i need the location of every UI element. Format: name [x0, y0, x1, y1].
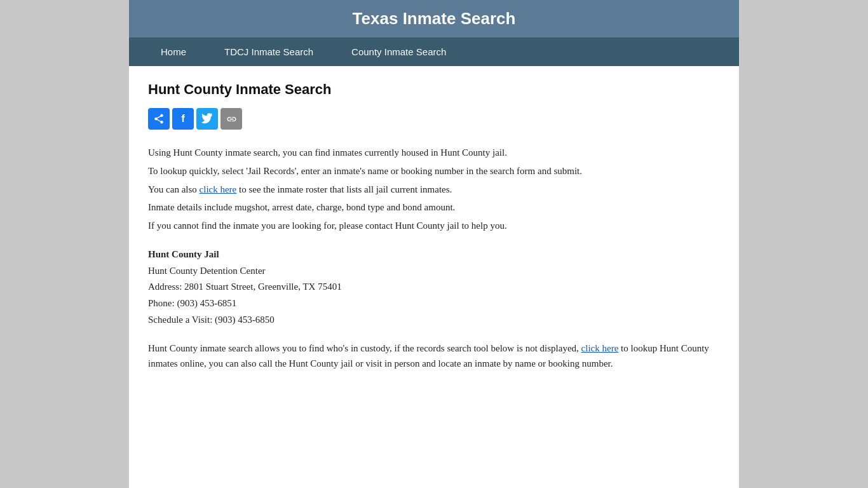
jail-info-title: Hunt County Jail [148, 247, 720, 262]
intro-section: Using Hunt County inmate search, you can… [148, 145, 720, 234]
intro-para-1: Using Hunt County inmate search, you can… [148, 145, 720, 161]
nav-home[interactable]: Home [142, 37, 205, 66]
site-title: Texas Inmate Search [142, 9, 726, 29]
site-header: Texas Inmate Search [129, 0, 739, 37]
main-content: Hunt County Inmate Search f [129, 66, 739, 397]
site-nav: Home TDCJ Inmate Search County Inmate Se… [129, 37, 739, 66]
intro-para-5: If you cannot find the inmate you are lo… [148, 218, 720, 234]
share-button[interactable] [148, 108, 170, 130]
social-buttons: f [148, 108, 720, 130]
intro-para-4: Inmate details include mugshot, arrest d… [148, 200, 720, 215]
nav-tdcj[interactable]: TDCJ Inmate Search [205, 37, 332, 66]
jail-info-section: Hunt County Jail Hunt County Detention C… [148, 247, 720, 328]
bottom-para-before-link: Hunt County inmate search allows you to … [148, 343, 579, 353]
jail-schedule-visit: Schedule a Visit: (903) 453-6850 [148, 312, 720, 328]
facebook-button[interactable]: f [172, 108, 194, 130]
page-title: Hunt County Inmate Search [148, 81, 720, 98]
click-here-link-1[interactable]: click here [200, 184, 237, 194]
nav-county[interactable]: County Inmate Search [332, 37, 465, 66]
jail-facility-name: Hunt County Detention Center [148, 263, 720, 279]
click-here-link-2[interactable]: click here [581, 343, 619, 353]
twitter-button[interactable] [196, 108, 218, 130]
intro-para-3: You can also click here to see the inmat… [148, 182, 720, 198]
jail-address: Address: 2801 Stuart Street, Greenville,… [148, 279, 720, 295]
jail-phone: Phone: (903) 453-6851 [148, 295, 720, 311]
copy-link-button[interactable] [220, 108, 242, 130]
intro-para-2: To lookup quickly, select 'Jail Records'… [148, 163, 720, 179]
bottom-paragraph: Hunt County inmate search allows you to … [148, 341, 720, 372]
